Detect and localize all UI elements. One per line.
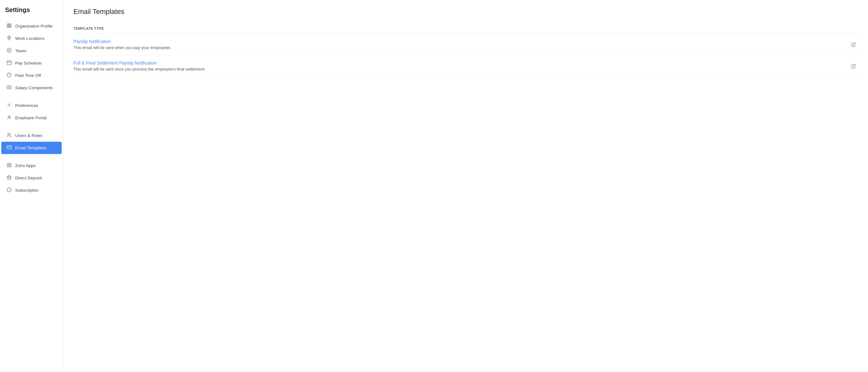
svg-point-16 (8, 104, 10, 106)
svg-rect-14 (7, 86, 11, 89)
sidebar-item-label: Pay Schedule (15, 61, 41, 65)
sidebar-item-label: Users & Roles (15, 133, 42, 138)
svg-rect-22 (7, 165, 9, 167)
svg-marker-30 (7, 175, 11, 177)
template-row: Full & Final Settlement Payslip Notifica… (73, 55, 858, 77)
template-row: Payslip NotificationThis email will be s… (73, 34, 858, 55)
pto-icon (6, 72, 12, 79)
svg-rect-20 (7, 163, 9, 165)
sidebar-divider (0, 157, 63, 157)
sidebar-item-preferences[interactable]: Preferences (1, 99, 62, 112)
svg-point-5 (8, 37, 10, 38)
template-info: Payslip NotificationThis email will be s… (73, 39, 849, 50)
template-name-full-final-settlement[interactable]: Full & Final Settlement Payslip Notifica… (73, 60, 849, 65)
template-name-payslip-notification[interactable]: Payslip Notification (73, 39, 849, 44)
svg-point-18 (8, 133, 9, 135)
sidebar-item-salary-components[interactable]: Salary Components (1, 82, 62, 94)
sidebar-item-label: Direct Deposit (15, 176, 42, 180)
email-icon (6, 145, 12, 151)
sidebar-item-label: Taxes (15, 49, 26, 53)
salary-icon (6, 85, 12, 91)
sidebar-item-label: Employee Portal (15, 116, 46, 120)
sidebar-item-paid-time-off[interactable]: Paid Time Off (1, 69, 62, 82)
sidebar-item-direct-deposit[interactable]: Direct Deposit (1, 172, 62, 184)
sidebar-divider (0, 96, 63, 97)
sidebar-item-pay-schedule[interactable]: Pay Schedule (1, 57, 62, 69)
sidebar-item-subscription[interactable]: Subscription (1, 184, 62, 196)
edit-button-full-final-settlement[interactable] (849, 62, 858, 70)
sidebar-item-taxes[interactable]: Taxes (1, 44, 62, 57)
main-content: Email Templates TEMPLATE TYPE Payslip No… (63, 0, 868, 372)
svg-point-15 (8, 87, 10, 88)
template-info: Full & Final Settlement Payslip Notifica… (73, 60, 849, 71)
edit-button-payslip-notification[interactable] (849, 40, 858, 49)
subscription-icon (6, 187, 12, 193)
templates-list: Payslip NotificationThis email will be s… (73, 34, 858, 77)
zoho-icon (6, 163, 12, 168)
svg-point-17 (8, 116, 10, 117)
sidebar-item-label: Paid Time Off (15, 73, 41, 78)
template-desc-full-final-settlement: This email will be sent once you process… (73, 67, 849, 71)
sidebar-item-users-roles[interactable]: Users & Roles (1, 129, 62, 142)
sidebar-item-label: Email Templates (15, 146, 46, 150)
taxes-icon (6, 48, 12, 54)
preferences-icon (6, 102, 12, 108)
svg-rect-0 (7, 24, 11, 28)
users-icon (6, 132, 12, 138)
building-icon (6, 23, 12, 29)
svg-rect-9 (7, 61, 11, 65)
app-title: Settings (0, 6, 63, 20)
location-icon (6, 35, 12, 41)
svg-rect-23 (9, 165, 11, 167)
sidebar-item-employee-portal[interactable]: Employee Portal (1, 112, 62, 124)
template-desc-payslip-notification: This email will be sent when you pay you… (73, 45, 849, 50)
sidebar-item-zoho-apps[interactable]: Zoho Apps (1, 159, 62, 172)
sidebar-item-label: Salary Components (15, 85, 53, 90)
svg-rect-21 (9, 163, 11, 165)
sidebar-item-label: Work Locations (15, 36, 44, 41)
page-title: Email Templates (73, 8, 858, 16)
bank-icon (6, 175, 12, 181)
sidebar-item-label: Organization Profile (15, 24, 53, 28)
sidebar-item-label: Preferences (15, 103, 38, 108)
portal-icon (6, 115, 12, 121)
sidebar: Settings Organization ProfileWork Locati… (0, 0, 63, 372)
table-header: TEMPLATE TYPE (73, 23, 858, 34)
sidebar-item-label: Zoho Apps (15, 163, 36, 168)
sidebar-item-work-locations[interactable]: Work Locations (1, 32, 62, 44)
pay-schedule-icon (6, 60, 12, 66)
sidebar-item-organization-profile[interactable]: Organization Profile (1, 20, 62, 32)
sidebar-item-email-templates[interactable]: Email Templates (1, 142, 62, 154)
sidebar-item-label: Subscription (15, 188, 39, 193)
